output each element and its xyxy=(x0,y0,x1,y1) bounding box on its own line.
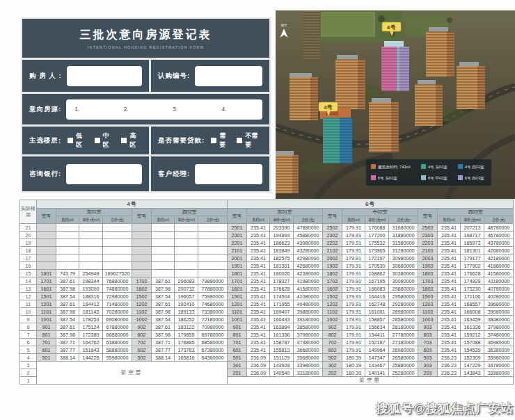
room-no-cell: 502 xyxy=(323,354,342,362)
form-title-box: 三批次意向房源登记表 INTENTIONAL HOUSING REGISTRAT… xyxy=(22,19,269,58)
price-cell: 176628 xyxy=(270,285,294,293)
loan-option-no[interactable]: 不需要 xyxy=(237,131,262,150)
price-cell: 235.41 xyxy=(247,247,270,255)
table-row: 121501387.54188316729800001502387.541960… xyxy=(20,293,514,300)
room-no-cell: 1003 xyxy=(418,316,438,323)
room-no-cell: 2502 xyxy=(323,224,342,232)
price-cell: 67380000 xyxy=(198,346,228,354)
table-row: 8901387.6117512467880000902387.611831227… xyxy=(20,323,514,331)
floor-cell: 20 xyxy=(20,232,37,239)
checkbox-icon[interactable] xyxy=(68,138,73,143)
price-cell: 387.98 xyxy=(56,285,79,293)
price-cell: 181301 xyxy=(270,262,294,270)
room-no-cell: 2203 xyxy=(418,239,438,247)
price-cell xyxy=(175,224,198,232)
room-no-cell: 1702 xyxy=(323,277,342,285)
svg-text:4号: 4号 xyxy=(324,104,332,111)
price-cell: 28980000 xyxy=(389,308,418,316)
checkbox-icon[interactable] xyxy=(211,138,216,143)
price-cell: 179.91 xyxy=(342,224,365,232)
manager-input[interactable] xyxy=(195,164,262,184)
price-cell xyxy=(103,255,132,262)
price-cell: 73380000 xyxy=(198,308,228,316)
price-cell: 33980000 xyxy=(484,369,514,377)
price-cell xyxy=(103,262,132,270)
floor-cell: 3 xyxy=(20,362,37,369)
price-cell: 236.09 xyxy=(247,362,270,369)
intention-input[interactable]: 1. 2. 3. 4. xyxy=(66,99,262,120)
price-cell: 235.41 xyxy=(247,262,270,270)
price-cell: 41580000 xyxy=(484,270,514,277)
room-no-cell: 1503 xyxy=(418,293,438,300)
price-cell: 168557 xyxy=(461,300,484,308)
bank-label: 咨询银行: xyxy=(29,170,61,179)
price-cell: 72180000 xyxy=(198,316,228,323)
price-cell: 45880000 xyxy=(294,232,323,239)
price-cell: 77880000 xyxy=(198,285,228,293)
price-cell: 387.71 xyxy=(152,339,175,346)
intention-slot-1[interactable]: 1. xyxy=(66,106,115,113)
price-cell xyxy=(79,239,103,247)
price-cell: 46780000 xyxy=(484,232,514,239)
intention-slot-3[interactable]: 3. xyxy=(164,106,213,113)
checkbox-icon[interactable] xyxy=(121,138,127,143)
price-cell: 41080000 xyxy=(294,293,323,300)
sub-header: 总价 (元) xyxy=(389,216,418,224)
price-cell: 31580000 xyxy=(389,239,418,247)
price-cell xyxy=(152,270,175,277)
room-no-cell: 501 xyxy=(37,354,56,362)
price-cell: 69080000 xyxy=(103,316,132,323)
floor-cell: 1 xyxy=(20,377,37,385)
purchase-no-input[interactable] xyxy=(195,66,262,86)
buyer-input[interactable] xyxy=(67,66,142,86)
room-no-cell xyxy=(132,247,152,255)
price-cell: 235.41 xyxy=(247,285,270,293)
price-cell xyxy=(198,262,228,270)
loan-option-yes[interactable]: 需要 xyxy=(211,131,230,150)
floor-option-mid[interactable]: 中区 xyxy=(95,131,116,150)
sub-header: 总价 (元) xyxy=(294,216,323,224)
price-cell: 171955 xyxy=(270,300,294,308)
floor-option-high[interactable]: 高区 xyxy=(121,131,142,150)
price-cell: 388.14 xyxy=(56,354,79,362)
price-cell: 186252 xyxy=(175,316,198,323)
room-no-cell: 503 xyxy=(418,354,438,362)
legend-item-label: 6号 西03室 xyxy=(465,176,484,180)
price-cell: 235.41 xyxy=(247,277,270,285)
price-cell xyxy=(103,247,132,255)
price-cell: 37980000 xyxy=(294,331,323,339)
floor-cell: 4 xyxy=(20,354,37,362)
price-cell: 181143 xyxy=(79,308,103,316)
legend-swatch xyxy=(458,175,463,180)
room-no-cell: 1802 xyxy=(323,270,342,277)
price-cell: 154539 xyxy=(461,346,484,354)
room-no-cell: 1701 xyxy=(228,277,247,285)
bank-input[interactable] xyxy=(66,164,142,184)
legend-item-label: 建筑面积约: 743m² xyxy=(377,165,411,170)
checkbox-icon[interactable] xyxy=(95,138,100,143)
table-row: 91001387.54178253690800001002387.5418625… xyxy=(20,316,514,323)
checkbox-icon[interactable] xyxy=(237,138,242,143)
room-no-cell: 1203 xyxy=(418,300,438,308)
room-no-cell: 2301 xyxy=(228,232,247,239)
floor-cell: 9 xyxy=(20,316,37,323)
price-cell: 235.41 xyxy=(247,346,270,354)
price-cell xyxy=(198,247,228,255)
floor-header: 实际楼层 xyxy=(20,200,37,224)
room-no-cell: 1602 xyxy=(323,285,342,293)
price-cell xyxy=(103,232,132,239)
table-row: 212501235.41203390478800002502179.911760… xyxy=(20,224,514,232)
intention-slot-4[interactable]: 4. xyxy=(214,106,262,113)
loan-cell: 是否需要贷款: 需要 不需要 xyxy=(151,127,269,154)
price-cell: 179.91 xyxy=(342,247,365,255)
floor-option-low[interactable]: 低区 xyxy=(68,131,88,150)
price-cell: 28580000 xyxy=(389,316,418,323)
building-6 xyxy=(381,41,409,91)
intention-slot-2[interactable]: 2. xyxy=(116,106,164,113)
building-header: 6号 xyxy=(228,200,514,209)
floor-cell: 16 xyxy=(20,262,37,270)
price-cell: 206083 xyxy=(175,277,198,285)
price-cell: 235.41 xyxy=(247,300,270,308)
price-cell: 156634 xyxy=(365,323,389,331)
room-no-cell xyxy=(37,255,56,262)
